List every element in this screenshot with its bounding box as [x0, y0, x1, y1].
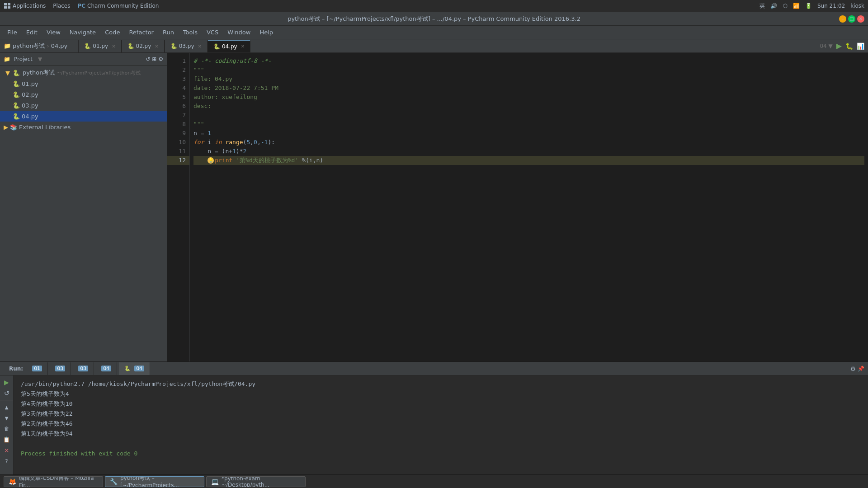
menu-file[interactable]: File: [4, 28, 21, 37]
run-empty-line: [21, 439, 861, 449]
run-tab-04a[interactable]: 04: [96, 362, 117, 375]
tab-02py-close[interactable]: ✕: [155, 44, 158, 49]
run-pin-btn[interactable]: 📋: [2, 435, 12, 445]
tree-file-03[interactable]: 🐍 03.py: [0, 100, 167, 111]
run-output-line-3: 第3天的桃子数为22: [21, 409, 861, 419]
editor-area[interactable]: 1 2 3 4 5 6 7 8 9 10 11 12 # -*- coding:…: [167, 53, 868, 361]
tab-01py[interactable]: 🐍 01.py ✕: [78, 40, 121, 52]
tab-04py[interactable]: 🐍 04.py ✕: [208, 40, 250, 52]
run-tab-03b[interactable]: 03: [73, 362, 94, 375]
tab-04py-close[interactable]: ✕: [241, 44, 245, 49]
tree-external-libraries[interactable]: ▶ 📚 External Libraries: [0, 122, 167, 132]
code-editor[interactable]: 1 2 3 4 5 6 7 8 9 10 11 12 # -*- coding:…: [167, 53, 868, 361]
clock: Sun 21:02: [817, 3, 845, 9]
tab-02py[interactable]: 🐍 02.py ✕: [122, 40, 165, 52]
code-line-12: 💡 print '第%d天的桃子数为%d' %(i,n): [193, 156, 864, 165]
tab-04py-label: 04.py: [222, 43, 237, 50]
places-label: Places: [53, 3, 70, 9]
run-panel-content: ▶ ↺ ▲ ▼ 🗑 📋 ✕ ? /usr/bin/python2.7 /home…: [0, 375, 868, 488]
panel-expand-icon[interactable]: ▼: [38, 56, 42, 62]
panel-settings-icon[interactable]: ⚙: [158, 56, 163, 62]
project-panel-header: 📁 Project ▼ ↺ ⊞ ⚙: [0, 53, 167, 66]
line-num-4: 4: [167, 84, 189, 93]
editor-tabs: 🐍 01.py ✕ 🐍 02.py ✕ 🐍 03.py ✕ 🐍 04.py ✕: [78, 40, 250, 52]
project-tree: ▼ 🐍 python考试 ~/PycharmProjects/xfl/pytho…: [0, 66, 167, 361]
taskbar: 🦊 编辑文章-CSDN博客 – Mozilla Fir... 🔧 python考…: [0, 474, 868, 488]
run-play-btn[interactable]: ▶: [2, 377, 12, 387]
run-panel-header: Run: 01 03 03 04 🐍 04 ⚙ 📌: [0, 362, 868, 375]
taskbar-item-firefox[interactable]: 🦊 编辑文章-CSDN博客 – Mozilla Fir...: [4, 476, 103, 487]
code-line-1: # -*- coding:utf-8 -*-: [193, 56, 864, 66]
menu-run[interactable]: Run: [159, 28, 178, 37]
close-button[interactable]: ✕: [857, 15, 864, 23]
debug-button[interactable]: 🐛: [845, 42, 853, 50]
run-tab-04a-num: 04: [101, 366, 111, 371]
tab-03py-label: 03.py: [179, 43, 194, 49]
run-scroll-up-btn[interactable]: ▲: [2, 402, 12, 412]
line-num-11: 11: [167, 147, 189, 156]
tree-file-01[interactable]: 🐍 01.py: [0, 78, 167, 89]
tree-file-01-label: 01.py: [22, 80, 38, 87]
network-icon: 📶: [793, 3, 800, 9]
run-command-line: /usr/bin/python2.7 /home/kiosk/PycharmPr…: [21, 379, 861, 389]
run-clear-btn[interactable]: 🗑: [2, 424, 12, 434]
username: kiosk: [850, 3, 864, 9]
run-config-selector[interactable]: 04 ▼: [820, 43, 832, 49]
menu-edit[interactable]: Edit: [23, 28, 41, 37]
file-breadcrumb: 04.py: [51, 42, 68, 49]
tree-root[interactable]: ▼ 🐍 python考试 ~/PycharmProjects/xfl/pytho…: [0, 67, 167, 78]
code-line-3: file: 04.py: [193, 75, 864, 84]
coverage-button[interactable]: 📊: [857, 42, 864, 50]
svg-rect-2: [4, 6, 7, 9]
applications-menu[interactable]: Applications: [4, 2, 46, 9]
run-tab-04b[interactable]: 🐍 04: [119, 362, 150, 375]
run-scroll-down-btn[interactable]: ▼: [2, 413, 12, 423]
tree-file-02[interactable]: 🐍 02.py: [0, 89, 167, 100]
taskbar-item-terminal-label: *python-exam ~/Desktop/pyth...: [222, 476, 301, 487]
external-libraries-label: External Libraries: [19, 124, 71, 131]
menu-code[interactable]: Code: [101, 28, 123, 37]
warning-bulb-icon[interactable]: 💡: [208, 157, 214, 164]
menu-window[interactable]: Window: [224, 28, 254, 37]
maximize-button[interactable]: □: [848, 15, 855, 23]
panel-sync-icon[interactable]: ↺: [146, 56, 150, 62]
run-tab-01[interactable]: 01: [27, 362, 48, 375]
run-output-line-2: 第4天的桃子数为10: [21, 399, 861, 409]
project-panel-title: Project: [14, 56, 33, 62]
run-tab-03a[interactable]: 03: [50, 362, 71, 375]
breadcrumb: 📁 python考试 › 04.py: [4, 42, 67, 50]
system-menubar: Applications Places PC Charm Community E…: [0, 0, 868, 12]
panel-collapse-icon[interactable]: ⊞: [152, 56, 156, 62]
code-line-11: n = (n+1)*2: [193, 147, 864, 156]
menu-help[interactable]: Help: [256, 28, 277, 37]
menu-refactor[interactable]: Refactor: [125, 28, 157, 37]
project-breadcrumb: python考试: [13, 42, 45, 50]
firefox-icon: 🦊: [9, 478, 16, 485]
panel-settings-btn[interactable]: ⚙: [850, 365, 856, 372]
tree-file-04[interactable]: 🐍 04.py: [0, 111, 167, 122]
run-restart-btn[interactable]: ↺: [2, 388, 12, 398]
taskbar-item-terminal[interactable]: 💻 *python-exam ~/Desktop/pyth...: [206, 476, 306, 487]
tree-root-label: python考试 ~/PycharmProjects/xfl/python考试: [23, 69, 141, 77]
menu-navigate[interactable]: Navigate: [66, 28, 99, 37]
run-stop-btn[interactable]: ✕: [2, 446, 12, 455]
run-sidebar: ▶ ↺ ▲ ▼ 🗑 📋 ✕ ?: [0, 375, 14, 488]
nav-bar: 📁 python考试 › 04.py 🐍 01.py ✕ 🐍 02.py ✕ 🐍…: [0, 39, 868, 53]
code-content[interactable]: # -*- coding:utf-8 -*- """ file: 04.py d…: [190, 53, 868, 361]
menu-vcs[interactable]: VCS: [203, 28, 222, 37]
line-num-3: 3: [167, 75, 189, 84]
tab-03py[interactable]: 🐍 03.py ✕: [165, 40, 208, 52]
tab-03py-close[interactable]: ✕: [198, 44, 202, 49]
places-menu[interactable]: Places: [53, 3, 70, 9]
run-button[interactable]: ▶: [836, 42, 842, 50]
charm-menu[interactable]: PC Charm Community Edition: [77, 3, 159, 9]
menu-view[interactable]: View: [43, 28, 64, 37]
main-menu-bar: File Edit View Navigate Code Refactor Ru…: [0, 26, 868, 39]
taskbar-item-pycharm[interactable]: 🔧 python考试 – [~/PycharmProjects...: [105, 476, 204, 487]
taskbar-item-pycharm-label: python考试 – [~/PycharmProjects...: [120, 476, 199, 487]
run-unknown-btn[interactable]: ?: [2, 456, 12, 466]
tab-01py-close[interactable]: ✕: [112, 44, 115, 49]
minimize-button[interactable]: –: [839, 15, 846, 23]
menu-tools[interactable]: Tools: [179, 28, 201, 37]
panel-pin-btn[interactable]: 📌: [858, 366, 864, 372]
